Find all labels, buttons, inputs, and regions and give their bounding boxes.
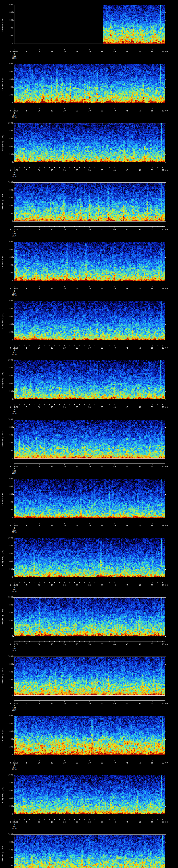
time-tick-label: 50 — [137, 525, 143, 527]
freq-tick-label: 1000 — [0, 63, 13, 65]
time-tick-label: 55 — [149, 228, 155, 230]
freq-tick-label: 600 — [0, 849, 13, 851]
time-tick-label: 55 — [149, 525, 155, 527]
time-tick-label: 15 — [49, 169, 55, 172]
time-tick-label: 55 — [149, 51, 155, 53]
time-tick-label: 20 — [62, 51, 67, 53]
time-tick-label: 5 — [24, 584, 30, 586]
date-line: 2016 — [6, 828, 23, 830]
time-tick-label: 15 — [49, 51, 55, 53]
time-tick-label: 35 — [99, 110, 105, 112]
time-tick-label: 5 — [24, 821, 30, 823]
frequency-axis-title: Frequency (Hz) — [1, 16, 4, 32]
time-tick-label: 5 — [24, 525, 30, 527]
time-tick-label: 30 — [87, 347, 92, 349]
time-tick-label: 45 — [124, 643, 130, 646]
start-time-label: 6:17:00 — [6, 525, 23, 527]
time-tick-label: 20 — [62, 821, 67, 823]
time-tick-label: 50 — [137, 110, 143, 112]
freq-tick-label: 800 — [0, 130, 13, 132]
frequency-axis-title: Frequency (Hz) — [1, 668, 4, 684]
freq-tick-label: 1000 — [0, 122, 13, 124]
end-time-label: 16:00 — [159, 406, 170, 408]
freq-tick-label: 800 — [0, 11, 13, 13]
time-tick-label: 45 — [124, 110, 130, 112]
time-tick-label: 40 — [112, 228, 118, 230]
freq-tick-label: 600 — [0, 730, 13, 733]
spectrogram-canvas — [14, 182, 165, 221]
start-time-label: 6:14:00 — [6, 347, 23, 349]
time-tick-label: 45 — [124, 821, 130, 823]
time-tick-label: 25 — [74, 228, 80, 230]
end-time-label: 13:00 — [159, 228, 170, 230]
time-tick-label: 20 — [62, 406, 67, 408]
time-tick-label: 55 — [149, 703, 155, 705]
time-tick-label: 40 — [112, 51, 118, 53]
frequency-axis-title: Frequency (Hz) — [1, 727, 4, 744]
time-tick-label: 30 — [87, 821, 92, 823]
freq-tick-label: 0 — [0, 635, 13, 637]
time-tick-label: 35 — [99, 406, 105, 408]
start-time-label: 6:12:00 — [6, 228, 23, 230]
time-tick-label: 45 — [124, 228, 130, 230]
time-tick-label: 25 — [74, 347, 80, 349]
time-tick-label: 10 — [36, 643, 42, 646]
freq-tick-label: 400 — [0, 797, 13, 799]
time-tick-label: 25 — [74, 584, 80, 586]
freq-tick-label: 0 — [0, 813, 13, 815]
time-tick-label: 45 — [124, 51, 130, 53]
freq-tick-label: 800 — [0, 189, 13, 191]
time-tick-label: 40 — [112, 703, 118, 705]
freq-tick-label: 400 — [0, 146, 13, 148]
page: { "figure": { "background": "#000000", "… — [0, 0, 178, 868]
time-tick-label: 25 — [74, 762, 80, 764]
date-line: 2016 — [6, 294, 23, 296]
start-time-label: 6:11:00 — [6, 169, 23, 172]
time-tick-label: 5 — [24, 169, 30, 172]
time-tick-label: 35 — [99, 288, 105, 290]
frequency-axis-title: Frequency (Hz) — [1, 313, 4, 329]
freq-tick-label: 600 — [0, 315, 13, 317]
time-tick-label: 55 — [149, 169, 155, 172]
time-tick-label: 35 — [99, 762, 105, 764]
freq-tick-label: 1000 — [0, 300, 13, 302]
freq-tick-label: 600 — [0, 78, 13, 81]
time-tick-label: 10 — [36, 51, 42, 53]
freq-tick-label: 400 — [0, 264, 13, 266]
time-tick-label: 15 — [49, 466, 55, 468]
time-tick-label: 5 — [24, 228, 30, 230]
time-tick-label: 45 — [124, 169, 130, 172]
frequency-axis-title: Frequency (Hz) — [1, 75, 4, 92]
freq-tick-label: 1000 — [0, 3, 13, 5]
time-tick-label: 30 — [87, 110, 92, 112]
end-time-label: 19:00 — [159, 584, 170, 586]
time-tick-label: 40 — [112, 643, 118, 646]
time-tick-label: 50 — [137, 643, 143, 646]
freq-tick-label: 400 — [0, 857, 13, 859]
time-tick-label: 5 — [24, 762, 30, 764]
freq-tick-label: 800 — [0, 426, 13, 428]
time-tick-label: 15 — [49, 228, 55, 230]
freq-tick-label: 600 — [0, 612, 13, 614]
freq-tick-label: 200 — [0, 568, 13, 570]
freq-tick-label: 0 — [0, 339, 13, 341]
time-tick-label: 10 — [36, 525, 42, 527]
time-tick-label: 45 — [124, 584, 130, 586]
freq-tick-label: 0 — [0, 220, 13, 222]
freq-tick-label: 400 — [0, 27, 13, 29]
freq-tick-label: 400 — [0, 205, 13, 207]
start-time-label: 6:20:00 — [6, 703, 23, 705]
freq-tick-label: 600 — [0, 553, 13, 555]
time-tick-label: 15 — [49, 288, 55, 290]
time-tick-label: 50 — [137, 406, 143, 408]
freq-tick-label: 0 — [0, 458, 13, 460]
end-time-label: 14:00 — [159, 288, 170, 290]
time-tick-label: 55 — [149, 762, 155, 764]
freq-tick-label: 600 — [0, 197, 13, 199]
time-tick-label: 5 — [24, 110, 30, 112]
time-tick-label: 30 — [87, 406, 92, 408]
time-tick-label: 10 — [36, 466, 42, 468]
time-tick-label: 20 — [62, 466, 67, 468]
time-tick-label: 10 — [36, 703, 42, 705]
time-tick-label: 25 — [74, 703, 80, 705]
